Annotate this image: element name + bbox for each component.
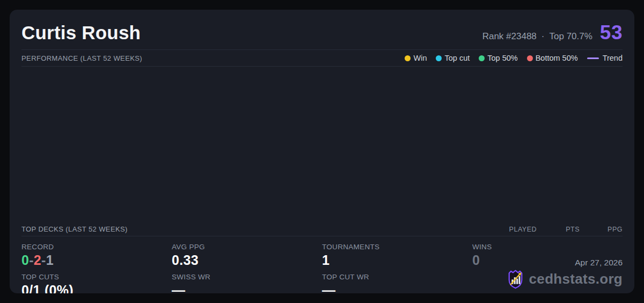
performance-chart [21,67,623,222]
performance-title: PERFORMANCE (LAST 52 WEEKS) [21,54,142,62]
legend-label: Trend [603,54,623,62]
legend-item-top-cut: Top cut [436,54,470,62]
brand-text: cedhstats.org [529,271,623,287]
stat-record: RECORD 0-2-1 [21,240,172,268]
bottom-50-dot-icon [527,55,533,61]
column-header-pts: PTS [537,226,580,233]
stat-value: 0/1 (0%) [21,283,172,293]
record-dash: - [29,252,34,268]
legend-item-bottom-50: Bottom 50% [527,54,578,62]
stat-label: WINS [472,243,623,251]
player-name: Curtis Roush [21,22,141,44]
player-score: 53 [600,21,623,44]
column-header-ppg: PPG [580,226,623,233]
performance-section-header: PERFORMANCE (LAST 52 WEEKS) Win Top cut … [21,50,623,67]
legend-item-trend: Trend [587,54,623,62]
column-header-played: PLAYED [451,226,537,233]
chart-legend: Win Top cut Top 50% Bottom 50% Trend [405,54,623,62]
legend-label: Bottom 50% [536,54,578,62]
header-right: Rank #23488 · Top 70.7% 53 [482,21,623,44]
shield-bar-chart-arrow-icon [506,269,525,289]
card-header: Curtis Roush Rank #23488 · Top 70.7% 53 [21,10,623,50]
top-cut-dot-icon [436,55,442,61]
stat-label: TOP CUTS [21,273,172,281]
record-value: 0-2-1 [21,252,172,268]
stat-avg-ppg: AVG PPG 0.33 [172,240,322,268]
legend-label: Top cut [444,54,470,62]
record-dash: - [41,252,46,268]
stat-label: AVG PPG [172,243,322,251]
rank-line: Rank #23488 · Top 70.7% [482,31,592,42]
player-stats-card: Curtis Roush Rank #23488 · Top 70.7% 53 … [10,10,634,293]
top-decks-title: TOP DECKS (LAST 52 WEEKS) [21,225,128,233]
stat-value: — [322,283,472,293]
rank-separator-dot: · [541,31,545,42]
rank-text: Rank #23488 [482,31,537,42]
legend-item-top-50: Top 50% [479,54,517,62]
stat-value: 1 [322,252,472,268]
legend-label: Win [413,54,427,62]
stat-label: TOURNAMENTS [322,243,472,251]
stat-top-cuts: TOP CUTS 0/1 (0%) [21,270,172,293]
top-decks-columns: PLAYED PTS PPG [451,226,623,233]
stat-label: RECORD [21,243,172,251]
stat-tournaments: TOURNAMENTS 1 [322,240,472,268]
card-footer: Apr 27, 2026 cedhstats.org [506,258,623,289]
top-decks-header: TOP DECKS (LAST 52 WEEKS) PLAYED PTS PPG [21,222,623,236]
record-draws: 1 [46,252,54,268]
percentile-text: Top 70.7% [550,31,592,42]
stat-value: — [172,283,322,293]
stat-top-cut-wr: TOP CUT WR — [322,270,472,293]
trend-line-icon [587,57,599,59]
stat-swiss-wr: SWISS WR — [172,270,322,293]
win-dot-icon [405,55,411,61]
stat-value: 0.33 [172,252,322,268]
stat-label: SWISS WR [172,273,322,281]
legend-item-win: Win [405,54,427,62]
stat-label: TOP CUT WR [322,273,472,281]
legend-label: Top 50% [487,54,517,62]
footer-date: Apr 27, 2026 [506,258,623,268]
top-50-dot-icon [479,55,485,61]
record-wins: 0 [21,252,29,268]
record-losses: 2 [34,252,41,268]
brand-link[interactable]: cedhstats.org [506,269,623,289]
